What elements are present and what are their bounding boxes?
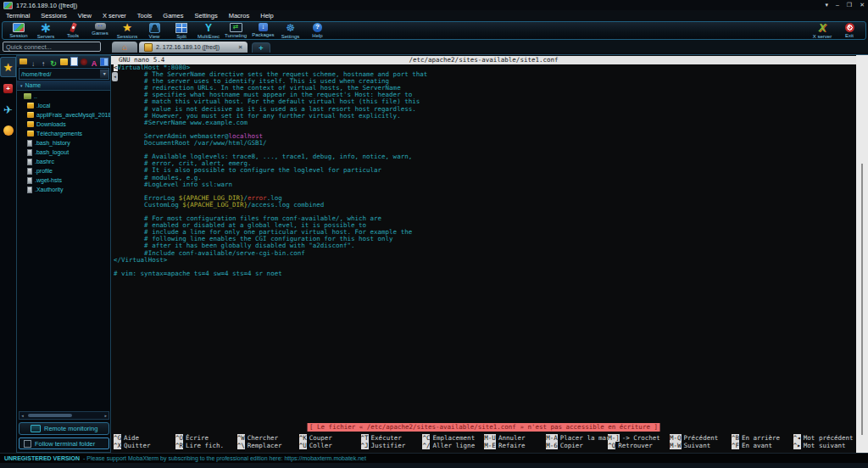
scroll-right-icon[interactable]: ▸ [103, 413, 108, 418]
nano-status-message: [ Le fichier « /etc/apache2/sites-availa… [307, 423, 660, 432]
menu-item-sessions[interactable]: Sessions [41, 12, 66, 20]
shortcut[interactable]: M-QPrécédent [670, 434, 732, 442]
sidebar-tab-sftp[interactable] [0, 120, 16, 141]
tree-item[interactable]: Downloads [17, 120, 111, 129]
shortcut[interactable]: M-ERefaire [484, 442, 546, 449]
menu-item-games[interactable]: Games [163, 12, 183, 20]
shortcut[interactable]: ^OÉcrire [175, 434, 237, 442]
refresh-icon-button[interactable] [49, 57, 58, 66]
new-tab-button[interactable]: + [252, 42, 270, 53]
tree-item[interactable]: .local [17, 101, 111, 110]
tree-item[interactable]: .. [17, 92, 111, 101]
tree-item[interactable]: .Xauthority [17, 185, 111, 194]
shortcut[interactable]: ^\Remplacer [237, 442, 299, 449]
shortcut[interactable]: M-WSuivant [670, 442, 732, 449]
toolbar-item-servers[interactable]: Servers [32, 23, 59, 39]
tab-session-active[interactable]: 2. 172.16.189.10 ([fred]) × [139, 42, 248, 53]
shortcut[interactable]: ^XQuitter [114, 442, 175, 449]
path-dropdown-icon[interactable]: ▾ [100, 70, 108, 78]
follow-terminal-folder-toggle[interactable]: Follow terminal folder [19, 437, 109, 449]
shortcut[interactable]: ^JJustifier [361, 442, 423, 449]
toolbar-item-exit[interactable]: Exit [836, 23, 863, 39]
shortcut[interactable]: M-6Copier [546, 442, 608, 449]
remote-monitoring-button[interactable]: Remote monitoring [19, 422, 109, 435]
sidebar-tab-macros[interactable] [0, 99, 16, 120]
sidebar-tab-tools[interactable] [0, 78, 16, 98]
toolbar-item-games[interactable]: Games [86, 23, 114, 36]
scrollbar-thumb[interactable] [28, 414, 72, 417]
upload-icon-button[interactable] [39, 57, 47, 66]
menu-item-settings[interactable]: Settings [195, 12, 218, 20]
tree-item[interactable]: .bashrc [17, 157, 111, 166]
shortcut[interactable]: ^RLire fich. [175, 442, 237, 449]
scroll-left-icon[interactable]: ◂ [19, 413, 25, 418]
toolbar-item-x-server[interactable]: X server [809, 23, 836, 39]
tree-item[interactable]: .profile [17, 166, 111, 176]
shortcut[interactable]: ^UColler [299, 442, 361, 449]
menu-item-help[interactable]: Help [260, 12, 273, 20]
toolbar-item-multiexec[interactable]: MultiExec [195, 23, 222, 39]
shortcut[interactable]: ^◂Mot précédent [793, 434, 855, 442]
minimize-button[interactable]: – [836, 2, 839, 8]
toolbar-item-settings[interactable]: Settings [277, 23, 304, 39]
shortcut[interactable]: M-APlacer la mar [546, 434, 608, 442]
menu-item-terminal[interactable]: Terminal [6, 12, 30, 20]
tree-item[interactable]: appliFrais_avecMysqli_2018 [17, 110, 111, 120]
terminal[interactable]: /etc/apache2/sites-available/site1.conf … [110, 55, 856, 453]
toolbar-item-view[interactable]: View [141, 23, 168, 39]
path-value[interactable]: /home/fred/ [19, 71, 100, 77]
shortcut[interactable]: ^/Aller ligne [422, 442, 484, 449]
stop-icon-button[interactable] [80, 57, 88, 66]
shortcut[interactable]: ^GAide [114, 434, 175, 442]
maximize-button[interactable]: ❐ [847, 2, 852, 8]
horizontal-scrollbar[interactable]: ◂ ▸ [19, 411, 109, 420]
multiexec-icon [203, 23, 215, 33]
tree-item[interactable]: .bash_logout [17, 148, 111, 157]
quick-connect-input[interactable] [3, 42, 101, 52]
download-icon-button[interactable] [29, 57, 37, 66]
home-folder-icon-button[interactable] [19, 57, 27, 66]
shortcut[interactable]: ^FEn avant [732, 442, 793, 449]
shortcut[interactable]: ^KCouper [299, 434, 361, 442]
shortcut[interactable]: M-UAnnuler [484, 434, 546, 442]
shortcut[interactable]: ^WChercher [237, 434, 299, 442]
menu-item-view[interactable]: View [78, 12, 92, 20]
toolbar-item-tunneling[interactable]: Tunneling [222, 23, 249, 38]
menu-item-tools[interactable]: Tools [137, 12, 153, 20]
menu-item-macros[interactable]: Macros [229, 12, 250, 20]
home-icon: ⌂ [122, 43, 127, 52]
toolbar-item-split[interactable]: Split [168, 23, 195, 39]
tree-item[interactable]: Téléchargements [17, 129, 111, 138]
tree-item[interactable]: .wget-hsts [17, 176, 111, 185]
toolbar-item-session[interactable]: Session [5, 23, 32, 38]
new-file-icon-button[interactable] [70, 57, 78, 66]
columns-icon-button[interactable] [100, 57, 108, 66]
toolbar-item-help[interactable]: Help [304, 23, 331, 38]
toolbar-item-label: Settings [281, 34, 300, 39]
window-menu-icon[interactable]: ▾ [825, 2, 828, 8]
tree-item[interactable]: .bash_history [17, 138, 111, 148]
shortcut[interactable]: ^▸Mot suivant [793, 442, 855, 449]
column-header-name[interactable]: ▾ Name [17, 81, 111, 91]
path-bar[interactable]: /home/fred/ ▾ [19, 68, 109, 80]
follow-checkbox[interactable] [24, 440, 31, 448]
sidebar-tab-sessions[interactable] [0, 57, 16, 77]
shortcut[interactable]: ^CEmplacement [422, 434, 484, 442]
shortcut[interactable]: ^BEn arrière [732, 434, 793, 442]
toolbar-item-tools[interactable]: Tools [59, 23, 86, 38]
shortcut[interactable]: M-]-> Crochet [608, 434, 670, 442]
shortcut[interactable]: ^QRetrouver [608, 442, 670, 449]
shortcut-key: ^\ [237, 442, 245, 449]
shortcut[interactable]: ^TExécuter [361, 434, 423, 442]
terminal-scrollbar[interactable] [856, 55, 868, 453]
tab-home[interactable]: ⌂ [112, 42, 137, 53]
menu-item-x-server[interactable]: X server [103, 12, 126, 20]
encoding-icon-button[interactable] [90, 57, 98, 66]
tab-close-icon[interactable]: × [238, 43, 242, 51]
open-folder-icon-button[interactable] [59, 57, 68, 66]
close-button[interactable]: ✕ [860, 2, 865, 8]
terminal-scrollbar-thumb[interactable] [861, 164, 863, 435]
toolbar-item-sessions[interactable]: Sessions [114, 23, 141, 39]
terminal-line: # error, crit, alert, emerg. [114, 160, 856, 167]
toolbar-item-packages[interactable]: Packages [249, 23, 276, 37]
